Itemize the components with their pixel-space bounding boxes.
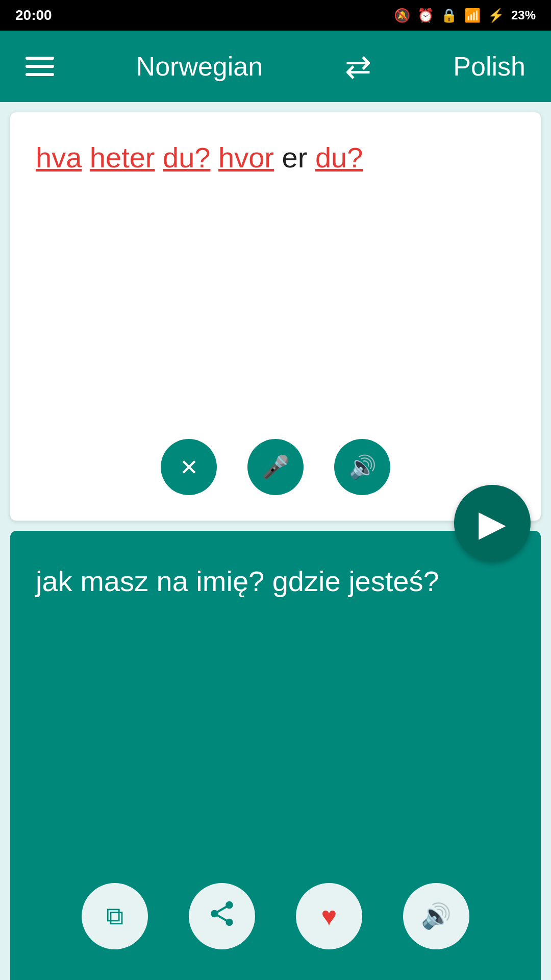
status-icons: 🔕 ⏰ 🔒 📶 ⚡ 23% [394,8,536,23]
source-controls: ✕ 🎤 🔊 [161,439,390,495]
copy-button[interactable]: ⧉ [82,883,148,949]
mic-button[interactable]: 🎤 [247,439,304,495]
source-speaker-button[interactable]: 🔊 [334,439,390,495]
nav-bar: Norwegian ⇄ Polish [0,31,551,102]
mic-icon: 🎤 [262,454,290,480]
menu-button[interactable] [26,57,54,76]
source-panel: hva heter du? hvor er du? ✕ 🎤 🔊 [10,112,541,521]
menu-line-3 [26,73,54,76]
send-icon: ▶ [479,502,506,544]
translation-text: jak masz na imię? gdzie jesteś? [36,561,515,601]
share-icon [207,899,237,934]
status-time: 20:00 [15,7,52,23]
clear-button[interactable]: ✕ [161,439,217,495]
translation-speaker-icon: 🔊 [421,902,452,930]
word-heter[interactable]: heter [90,141,155,174]
translation-panel: jak masz na imię? gdzie jesteś? ⧉ ♥ 🔊 [10,531,541,980]
alarm-icon: ⏰ [417,8,434,23]
favorite-button[interactable]: ♥ [296,883,362,949]
word-er: er [282,141,315,174]
word-hvor[interactable]: hvor [218,141,274,174]
bolt-icon: ⚡ [488,8,504,23]
clear-icon: ✕ [180,454,198,480]
copy-icon: ⧉ [106,902,123,931]
word-hva[interactable]: hva [36,141,82,174]
word-du1[interactable]: du? [163,141,210,174]
translation-controls: ⧉ ♥ 🔊 [82,883,469,949]
swap-languages-icon[interactable]: ⇄ [345,48,371,85]
heart-icon: ♥ [321,901,337,932]
source-text: hva heter du? hvor er du? [36,138,515,178]
source-wrapper: hva heter du? hvor er du? ✕ 🎤 🔊 [0,102,551,521]
main-content: hva heter du? hvor er du? ✕ 🎤 🔊 [0,102,551,980]
source-language-label[interactable]: Norwegian [136,51,263,82]
signal-icon: 📶 [464,8,481,23]
notification-icon: 🔕 [394,8,410,23]
status-bar: 20:00 🔕 ⏰ 🔒 📶 ⚡ 23% [0,0,551,31]
share-button[interactable] [189,883,255,949]
source-speaker-icon: 🔊 [348,454,377,480]
target-language-label[interactable]: Polish [453,51,525,82]
menu-line-1 [26,57,54,60]
word-du2[interactable]: du? [315,141,363,174]
battery-percentage: 23% [511,8,536,22]
send-translate-button[interactable]: ▶ [454,485,531,561]
translation-speaker-button[interactable]: 🔊 [403,883,469,949]
menu-line-2 [26,65,54,68]
lock-icon: 🔒 [441,8,457,23]
